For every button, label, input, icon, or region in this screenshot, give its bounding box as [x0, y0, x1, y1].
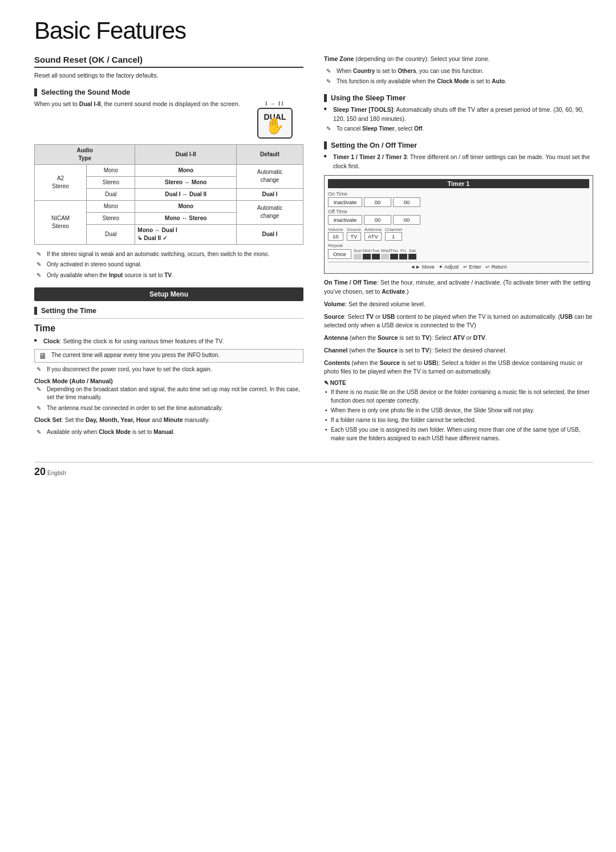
off-time-label: Off Time: [328, 209, 589, 214]
volume-label: Volume: [328, 227, 343, 232]
on-time-inactivate: Inactivate: [328, 197, 362, 207]
contents-desc: Contents (when the Source is set to USB)…: [324, 359, 593, 377]
off-time-inactivate: Inactivate: [328, 215, 362, 225]
note-header: NOTE: [324, 380, 593, 386]
day-wed-label: Wed: [381, 248, 389, 253]
sound-reset-desc: Reset all sound settings to the factory …: [34, 71, 303, 80]
timezone-desc: Time Zone (depending on the country): Se…: [324, 55, 593, 64]
channel-val: 1: [385, 232, 402, 241]
timer1-title: Timer 1: [328, 179, 589, 188]
dual-mono2: Mono: [135, 200, 237, 212]
sound-mode-section: Selecting the Sound Mode When you set to…: [34, 88, 303, 280]
setting-time-section: Setting the Time Time Clock: Setting the…: [34, 307, 303, 436]
type-mono2: Mono: [87, 200, 135, 212]
on-time-row: Inactivate 00 00: [328, 197, 589, 207]
timer-bullet: Timer 1 / Timer 2 / Timer 3: Three diffe…: [324, 153, 593, 171]
type-mono: Mono: [87, 164, 135, 176]
note-input-tv: Only available when the Input source is …: [34, 271, 303, 280]
note-section: NOTE If there is no music file on the US…: [324, 380, 593, 443]
sound-reset-section: Sound Reset (OK / Cancel) Reset all soun…: [34, 55, 303, 80]
group-nicam: NICAMStereo: [35, 200, 87, 244]
timer-navigation: ◄► Move ✦ Adjust ↵ Enter ↩ Return: [328, 262, 589, 270]
channel-desc: Channel (when the Source is set to TV): …: [324, 346, 593, 355]
sleep-timer-note: To cancel Sleep Timer, select Off.: [324, 125, 593, 133]
sleep-timer-bullet: Sleep Timer [TOOLS]: Automatically shuts…: [324, 106, 593, 124]
dual-symbol: I – II: [246, 100, 303, 107]
setting-time-heading: Setting the Time: [34, 307, 303, 315]
type-stereo: Stereo: [87, 176, 135, 188]
note-item-4: Each USB you use is assigned its own fol…: [324, 425, 593, 443]
repeat-once: Once: [328, 249, 351, 259]
dual-box: DUAL ✋: [257, 108, 293, 139]
dual-dual: Dual I ↔ Dual II: [135, 188, 237, 200]
timezone-section: Time Zone (depending on the country): Se…: [324, 55, 593, 86]
days-container: Sun Mon Tue Wed Thu Fri Sat: [354, 248, 416, 259]
day-tue-box: [372, 254, 380, 259]
note-item-2: When there is only one photo file in the…: [324, 406, 593, 415]
day-boxes-row: [354, 254, 416, 259]
dual-stereo2: Mono ↔ Stereo: [135, 212, 237, 224]
default-auto: Automaticchange: [237, 164, 303, 188]
source-group: Source TV: [347, 227, 361, 241]
default-dual1b: Dual I: [237, 224, 303, 244]
page-language: English: [47, 470, 66, 476]
hand-icon: ✋: [264, 118, 286, 134]
day-thu-box: [390, 254, 398, 259]
day-fri-label: Fri: [399, 248, 407, 253]
page-title: Basic Features: [34, 17, 593, 44]
left-column: Sound Reset (OK / Cancel) Reset all soun…: [34, 55, 303, 451]
time-heading: Time: [34, 323, 303, 334]
day-mon-label: Mon: [363, 248, 371, 253]
dual-mono: Mono: [135, 164, 237, 176]
on-off-timer-section: Setting the On / Off Timer Timer 1 / Tim…: [324, 141, 593, 443]
day-labels-row: Sun Mon Tue Wed Thu Fri Sat: [354, 248, 416, 253]
ontime-offime-desc: On Time / Off Time: Set the hour, minute…: [324, 278, 593, 297]
timezone-note2: This function is only available when the…: [324, 78, 593, 86]
clock-bullet: Clock: Setting the clock is for using va…: [34, 337, 303, 346]
day-tue-label: Tue: [372, 248, 380, 253]
type-stereo2: Stereo: [87, 212, 135, 224]
note-item-3: If a folder name is too long, the folder…: [324, 416, 593, 424]
antenna-desc: Antenna (when the Source is set to TV): …: [324, 334, 593, 343]
page-footer: 20 English: [34, 462, 593, 478]
table-header-dual: Dual I-II: [135, 144, 237, 164]
timer-settings-row: Volume 10 Source TV Antenna ATV Channel …: [328, 227, 589, 241]
repeat-label: Repeat: [328, 243, 589, 248]
day-sun-label: Sun: [354, 248, 362, 253]
repeat-section: Repeat Once Sun Mon Tue Wed Thu Fri S: [328, 243, 589, 259]
clock-note1: If you disconnect the power cord, you ha…: [34, 366, 303, 374]
clock-set-desc: Clock Set: Set the Day, Month, Year, Hou…: [34, 416, 303, 425]
sound-mode-heading: Selecting the Sound Mode: [34, 88, 303, 96]
repeat-row: Once Sun Mon Tue Wed Thu Fri Sat: [328, 248, 589, 259]
on-time-hour: 00: [364, 197, 391, 207]
clock-mode-heading: Clock Mode (Auto / Manual): [34, 378, 303, 384]
day-mon-box: [363, 254, 371, 259]
group-a2: A2Stereo: [35, 164, 87, 200]
antenna-val: ATV: [364, 232, 382, 241]
dual-dual2: Mono ↔ Dual I↳ Dual II ✓: [135, 224, 237, 244]
day-sat-label: Sat: [408, 248, 416, 253]
on-time-label: On Time: [328, 191, 589, 197]
clock-mode-note2: The antenna must be connected in order t…: [34, 404, 303, 413]
source-label: Source: [347, 227, 361, 232]
sound-mode-notes: If the stereo signal is weak and an auto…: [34, 250, 303, 280]
source-val: TV: [347, 232, 361, 241]
day-sat-box: [408, 254, 416, 259]
on-off-timer-heading: Setting the On / Off Timer: [324, 141, 593, 149]
antenna-label: Antenna: [364, 227, 382, 232]
source-desc: Source: Select TV or USB content to be p…: [324, 313, 593, 331]
setup-menu-button[interactable]: Setup Menu: [34, 287, 303, 301]
dual-desc: When you set to Dual I-II, the current s…: [34, 100, 241, 112]
page-number: 20: [34, 466, 46, 477]
day-fri-box: [399, 254, 407, 259]
table-row: NICAMStereo Mono Mono Automaticchange: [35, 200, 303, 212]
volume-val: 10: [328, 232, 343, 241]
timer1-box: Timer 1 On Time Inactivate 00 00 Off Tim…: [324, 175, 593, 274]
clock-set-note: Available only when Clock Mode is set to…: [34, 428, 303, 437]
right-column: Time Zone (depending on the country): Se…: [324, 55, 593, 451]
default-auto2: Automaticchange: [237, 200, 303, 224]
audio-table: AudioType Dual I-II Default A2Stereo Mon…: [34, 144, 303, 245]
off-time-hour: 00: [364, 215, 391, 225]
sound-reset-heading: Sound Reset (OK / Cancel): [34, 55, 303, 68]
info-icon: 🖥: [39, 352, 47, 360]
